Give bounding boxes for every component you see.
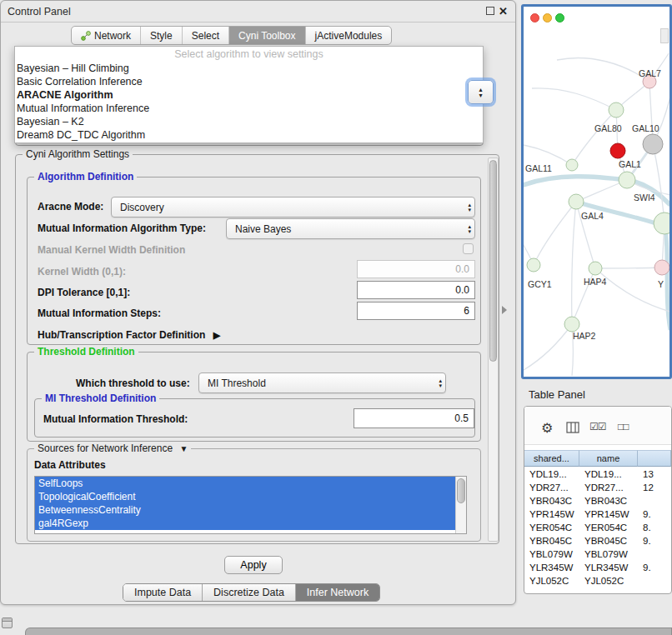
list-item[interactable]: gal4RGexp [35, 517, 455, 530]
control-panel-title: Control Panel [8, 6, 71, 18]
mi-type-combo[interactable]: Naive Bayes ▴▾ [226, 218, 475, 239]
deselect-all-icon[interactable]: □□ [618, 421, 629, 432]
apply-button[interactable]: Apply [224, 556, 283, 574]
down-arrow-icon: ▾ [439, 383, 442, 388]
mi-steps-field[interactable]: 6 [357, 302, 475, 320]
network-node-label: GCY1 [528, 279, 552, 289]
check-icon: ☑ [598, 421, 606, 432]
down-arrow-icon: ▾ [468, 208, 471, 212]
dropdown-item[interactable]: Mutual Information Inference [15, 102, 483, 115]
table-panel-window: ⚙ ☑☑ □□ shared... name YDL19...YDL19...1… [524, 406, 672, 594]
sources-title: Sources for Network Inference [38, 442, 173, 454]
combo-updown-icon: ▴▾ [468, 224, 471, 234]
tab-select[interactable]: Select [182, 27, 228, 44]
network-node[interactable] [619, 172, 635, 188]
algorithm-combo-button[interactable]: ▴ ▾ [468, 80, 494, 104]
table-panel-title: Table Panel [529, 388, 585, 401]
dropdown-placeholder: Select algorithm to view settings [15, 48, 483, 62]
list-scrollbar-thumb[interactable] [457, 478, 465, 503]
dropdown-item[interactable]: Dream8 DC_TDC Algorithm [15, 128, 483, 142]
tab-network[interactable]: Network [72, 27, 140, 44]
splitter-arrow-icon[interactable] [502, 306, 507, 314]
cell: YJL052C [524, 574, 579, 588]
tab-cyni-toolbox[interactable]: Cyni Toolbox [228, 27, 304, 44]
bottom-panel-strip[interactable] [25, 628, 672, 635]
dropdown-item-selected[interactable]: ARACNE Algorithm [15, 88, 483, 102]
dropdown-item[interactable]: Bayesian – K2 [15, 115, 483, 128]
cell: YBL079W [579, 548, 638, 561]
network-view-window[interactable]: GAL7 GAL80 GAL10 GAL11 GAL1 SWI4 GAL4 GC… [521, 4, 672, 379]
cell: 8. [638, 521, 671, 534]
network-node-label: HAP2 [573, 331, 596, 341]
dpi-tolerance-field[interactable]: 0.0 [357, 281, 475, 299]
cell: YPR145W [579, 508, 638, 521]
list-scrollbar[interactable] [455, 477, 466, 533]
settings-scrollbar-thumb[interactable] [489, 160, 497, 362]
float-panel-icon[interactable] [486, 7, 494, 15]
network-canvas[interactable]: GAL7 GAL80 GAL10 GAL11 GAL1 SWI4 GAL4 GC… [524, 28, 669, 377]
window-close-button[interactable] [530, 13, 539, 22]
window-zoom-button[interactable] [555, 13, 564, 22]
bottom-tab-bar: Impute Data Discretize Data Infer Networ… [123, 583, 380, 602]
table-row[interactable]: YBL079WYBL079W [524, 548, 671, 561]
combo-updown-icon: ▴▾ [439, 378, 442, 388]
select-all-icon[interactable]: ☑☑ [589, 421, 606, 432]
table-row[interactable]: YER054CYER054C8. [524, 521, 671, 534]
table-row[interactable]: YBR045CYBR045C9. [524, 534, 671, 548]
sources-toggle[interactable]: Sources for Network Inference ▼ [34, 442, 191, 454]
dropdown-item[interactable]: Basic Correlation Inference [15, 75, 483, 88]
list-item[interactable]: SelfLoops [35, 477, 455, 490]
table-row[interactable]: YBR043CYBR043C [524, 494, 671, 508]
header-cell[interactable]: name [579, 450, 638, 467]
aracne-mode-combo[interactable]: Discovery ▴▾ [111, 197, 475, 218]
network-node[interactable] [527, 258, 540, 272]
network-node[interactable] [654, 260, 669, 275]
bottom-tab-infer-network[interactable]: Infer Network [295, 584, 379, 601]
network-node[interactable] [654, 212, 669, 234]
bottom-tab-impute-data[interactable]: Impute Data [123, 584, 202, 601]
window-minimize-button[interactable] [543, 13, 552, 22]
columns-icon[interactable] [566, 422, 579, 433]
mini-panel-icon[interactable] [2, 618, 13, 628]
network-node[interactable] [609, 102, 624, 118]
settings-group-title: Cyni Algorithm Settings [23, 148, 133, 160]
network-node[interactable] [589, 262, 602, 275]
gear-icon[interactable]: ⚙ [541, 420, 553, 436]
down-arrow-icon: ▾ [479, 92, 482, 98]
attributes-list[interactable]: SelfLoops TopologicalCoefficient Between… [34, 476, 467, 534]
table-row[interactable]: YDL19...YDL19...13 [524, 468, 671, 481]
algorithm-definition-group: Algorithm Definition Aracne Mode: Discov… [27, 177, 481, 345]
network-node[interactable] [566, 159, 578, 171]
combo-updown-icon: ▴▾ [468, 202, 471, 212]
threshold-definition-group: Threshold Definition Which threshold to … [27, 352, 481, 442]
settings-scrollbar[interactable] [488, 158, 499, 542]
which-threshold-combo[interactable]: MI Threshold ▴▾ [198, 372, 446, 393]
table-row[interactable]: YLR345WYLR345W9. [524, 561, 671, 574]
manual-kernel-checkbox[interactable] [463, 243, 474, 254]
kernel-width-field[interactable]: 0.0 [357, 260, 475, 278]
close-panel-icon[interactable]: ✕ [499, 6, 508, 17]
network-node[interactable] [564, 317, 579, 332]
table-row[interactable]: YDR27...YDR27...12 [524, 481, 671, 494]
cell: YDR27... [524, 481, 579, 494]
network-node-label: GAL10 [632, 123, 659, 133]
bottom-tab-discretize-data[interactable]: Discretize Data [202, 584, 295, 601]
cell: 9. [638, 508, 671, 521]
table-toolbar: ⚙ ☑☑ □□ [524, 407, 671, 445]
mi-threshold-group: MI Threshold Definition Mutual Informati… [34, 398, 475, 438]
combo-value: MI Threshold [208, 378, 266, 389]
network-node[interactable] [643, 134, 663, 154]
list-item[interactable]: TopologicalCoefficient [35, 490, 455, 503]
list-item[interactable]: BetweennessCentrality [35, 503, 455, 517]
table-row[interactable]: YPR145WYPR145W9. [524, 508, 671, 521]
network-node[interactable] [569, 194, 584, 209]
table-row[interactable]: YJL052CYJL052C [524, 574, 671, 588]
hub-section-toggle[interactable]: Hub/Transcription Factor Definition ▶ [38, 329, 220, 341]
header-cell[interactable]: shared... [524, 450, 579, 467]
dropdown-item[interactable]: Bayesian – Hill Climbing [15, 62, 483, 75]
tab-jactivemodules[interactable]: jActiveModules [305, 27, 392, 44]
tab-style[interactable]: Style [140, 27, 182, 44]
mi-threshold-field[interactable]: 0.5 [354, 408, 474, 428]
network-node[interactable] [610, 143, 625, 158]
header-cell[interactable] [638, 450, 671, 467]
